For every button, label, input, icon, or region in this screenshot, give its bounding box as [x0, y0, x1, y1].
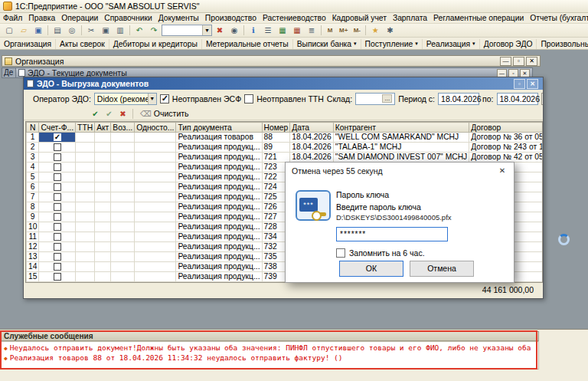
- esf-checkbox[interactable]: [54, 273, 61, 281]
- menu-item[interactable]: Зарплата: [390, 14, 430, 22]
- esf-checkbox[interactable]: [54, 223, 61, 231]
- voz-flag-cell[interactable]: [111, 222, 135, 232]
- operator-select[interactable]: Didox (рекоменду ▼: [94, 93, 157, 105]
- column-header[interactable]: Договор: [469, 123, 543, 133]
- esf-flag-cell[interactable]: [39, 262, 76, 272]
- menu-item[interactable]: Файл: [0, 14, 25, 22]
- unsent-esf-checkbox[interactable]: [160, 94, 169, 103]
- remember-checkbox[interactable]: [336, 248, 345, 258]
- menu-item[interactable]: Регламентные операции: [430, 14, 527, 22]
- quick-toolbar-item[interactable]: Реализация▾: [423, 39, 480, 49]
- column-header[interactable]: N: [27, 123, 39, 133]
- warehouse-input[interactable]: ...: [355, 93, 395, 105]
- odnost-flag-cell[interactable]: [135, 192, 176, 202]
- esf-flag-cell[interactable]: [39, 252, 76, 262]
- voz-flag-cell[interactable]: [111, 262, 135, 272]
- service-messages-body[interactable]: ◆Неудалось отправить документ!Должны быт…: [0, 341, 539, 370]
- voz-flag-cell[interactable]: [111, 172, 135, 182]
- esf-flag-cell[interactable]: [39, 143, 76, 153]
- memory-m-button[interactable]: M: [324, 25, 336, 37]
- paste-icon[interactable]: ▥: [113, 25, 127, 37]
- voz-flag-cell[interactable]: [111, 272, 135, 282]
- odnost-flag-cell[interactable]: [135, 143, 176, 153]
- undo-icon[interactable]: ↶: [132, 25, 146, 37]
- cancel-button[interactable]: Отмена: [410, 261, 474, 277]
- password-input[interactable]: [336, 227, 448, 241]
- favorites-star-icon[interactable]: ★: [368, 25, 382, 37]
- period-from-input[interactable]: 18.04.2026: [438, 93, 479, 105]
- ttn-flag-cell[interactable]: [76, 133, 95, 143]
- copy-icon[interactable]: ▣: [99, 25, 113, 37]
- minimize-icon[interactable]: —: [497, 69, 507, 77]
- uncheck-all-icon[interactable]: ✔: [103, 108, 115, 119]
- column-header[interactable]: Односто...: [135, 123, 176, 133]
- akt-flag-cell[interactable]: [95, 212, 111, 222]
- akt-flag-cell[interactable]: [95, 272, 111, 282]
- esf-flag-cell[interactable]: [39, 182, 76, 192]
- esf-flag-cell[interactable]: [39, 222, 76, 232]
- table-row[interactable]: 3Реализация продукц...72118.04.2026"SAM …: [27, 153, 544, 163]
- odnost-flag-cell[interactable]: [135, 153, 176, 163]
- quick-toolbar-item[interactable]: Акты сверок: [56, 39, 109, 49]
- voz-flag-cell[interactable]: [111, 153, 135, 163]
- esf-flag-cell[interactable]: [39, 242, 76, 252]
- close-icon[interactable]: ✕: [491, 163, 514, 179]
- check-all-icon[interactable]: ✔: [90, 108, 101, 119]
- restore-icon[interactable]: ▫: [508, 69, 518, 77]
- ttn-flag-cell[interactable]: [76, 212, 95, 222]
- odnost-flag-cell[interactable]: [135, 182, 176, 192]
- esf-flag-cell[interactable]: [39, 202, 76, 212]
- column-header[interactable]: Акт: [95, 123, 111, 133]
- column-header[interactable]: Контрагент: [333, 123, 469, 133]
- quick-toolbar-item[interactable]: Метериальные отчеты: [202, 39, 293, 49]
- akt-flag-cell[interactable]: [95, 143, 111, 153]
- column-header[interactable]: ТТН: [76, 123, 95, 133]
- esf-checkbox[interactable]: [54, 203, 61, 211]
- esf-flag-cell[interactable]: [39, 133, 76, 143]
- odnost-flag-cell[interactable]: [135, 232, 176, 242]
- ttn-flag-cell[interactable]: [76, 252, 95, 262]
- menu-item[interactable]: Операции: [58, 14, 101, 22]
- odnost-flag-cell[interactable]: [135, 252, 176, 262]
- period-to-input[interactable]: 18.04.2026: [497, 93, 538, 105]
- column-header[interactable]: Счет-Ф...: [39, 123, 76, 133]
- ttn-flag-cell[interactable]: [76, 172, 95, 182]
- table-row[interactable]: 1Реализация товаров8818.04.2026"WELL COM…: [27, 133, 544, 143]
- menu-item[interactable]: Производство: [202, 14, 260, 22]
- cut-icon[interactable]: ✂: [84, 25, 98, 37]
- ttn-flag-cell[interactable]: [76, 202, 95, 212]
- memory-minus-button[interactable]: M-: [351, 25, 363, 37]
- ok-button[interactable]: ОК: [339, 261, 403, 277]
- odnost-flag-cell[interactable]: [135, 172, 176, 182]
- quick-toolbar-item[interactable]: Организация: [0, 39, 56, 49]
- ttn-flag-cell[interactable]: [76, 262, 95, 272]
- voz-flag-cell[interactable]: [111, 252, 135, 262]
- quick-toolbar-item[interactable]: Выписки банка▾: [293, 39, 361, 49]
- menu-item[interactable]: Кадровый учет: [329, 14, 390, 22]
- akt-flag-cell[interactable]: [95, 163, 111, 172]
- ttn-flag-cell[interactable]: [76, 182, 95, 192]
- esf-flag-cell[interactable]: [39, 153, 76, 163]
- minimize-icon[interactable]: —: [500, 57, 511, 66]
- akt-flag-cell[interactable]: [95, 182, 111, 192]
- odnost-flag-cell[interactable]: [135, 202, 176, 212]
- voz-flag-cell[interactable]: [111, 133, 135, 143]
- menu-item[interactable]: Документы: [155, 14, 202, 22]
- akt-flag-cell[interactable]: [95, 252, 111, 262]
- new-document-icon[interactable]: ▢: [2, 25, 16, 37]
- save-icon[interactable]: ▣: [31, 25, 45, 37]
- preview-icon[interactable]: ◎: [65, 25, 79, 37]
- esf-checkbox[interactable]: [54, 213, 61, 221]
- esf-checkbox[interactable]: [54, 263, 61, 271]
- esf-flag-cell[interactable]: [39, 172, 76, 182]
- esf-checkbox[interactable]: [54, 163, 61, 171]
- column-header[interactable]: Тип документа: [176, 123, 262, 133]
- background-window-tab[interactable]: Де: [2, 67, 16, 78]
- clear-button[interactable]: ⌫ Очистить: [137, 108, 192, 120]
- calendar-icon[interactable]: ▦: [290, 25, 304, 37]
- column-header[interactable]: Воз...: [111, 123, 135, 133]
- esf-checkbox[interactable]: [54, 143, 61, 151]
- voz-flag-cell[interactable]: [111, 163, 135, 172]
- open-folder-icon[interactable]: ▱: [17, 25, 31, 37]
- close-icon[interactable]: ✕: [520, 69, 530, 77]
